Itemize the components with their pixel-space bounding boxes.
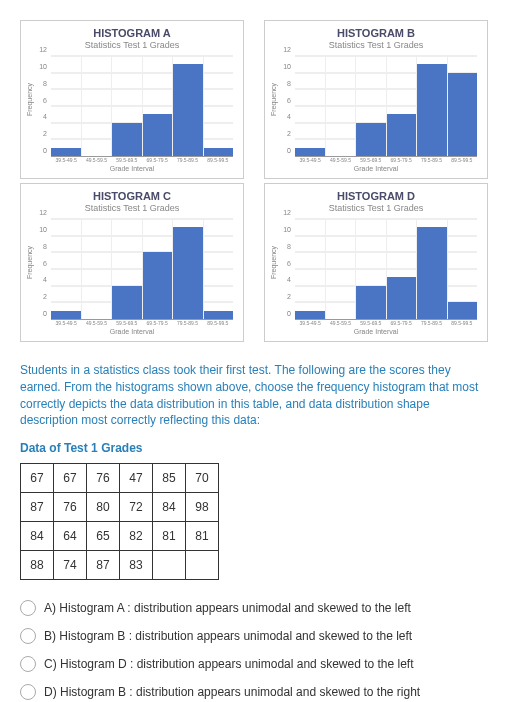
bar <box>112 286 142 319</box>
y-tick: 10 <box>283 225 291 232</box>
bar <box>173 227 203 319</box>
table-cell: 65 <box>87 522 120 551</box>
x-tick: 89.5-99.5 <box>203 320 233 326</box>
bar <box>448 73 478 156</box>
bar <box>417 64 447 156</box>
y-tick: 6 <box>43 96 47 103</box>
bar <box>387 114 417 156</box>
histogram-b: HISTOGRAM BStatistics Test 1 GradesFrequ… <box>264 20 488 179</box>
option-d[interactable]: D) Histogram B : distribution appears un… <box>20 684 488 700</box>
x-tick: 59.5-69.5 <box>356 157 386 163</box>
y-tick: 8 <box>43 79 47 86</box>
option-label: C) Histogram D : distribution appears un… <box>44 657 414 671</box>
y-tick: 2 <box>287 293 291 300</box>
x-tick: 39.5-49.5 <box>51 320 81 326</box>
y-tick: 2 <box>287 130 291 137</box>
option-label: A) Histogram A : distribution appears un… <box>44 601 411 615</box>
y-tick: 2 <box>43 293 47 300</box>
question-text: Students in a statistics class took thei… <box>20 362 488 429</box>
chart-area <box>51 56 233 157</box>
table-cell: 82 <box>120 522 153 551</box>
chart-area <box>295 56 477 157</box>
y-tick: 0 <box>43 147 47 154</box>
y-tick: 10 <box>39 62 47 69</box>
y-tick: 12 <box>39 46 47 53</box>
hist-subtitle: Statistics Test 1 Grades <box>27 40 237 50</box>
y-tick: 10 <box>283 62 291 69</box>
table-cell: 47 <box>120 464 153 493</box>
table-cell: 76 <box>87 464 120 493</box>
option-label: B) Histogram B : distribution appears un… <box>44 629 412 643</box>
table-cell: 81 <box>186 522 219 551</box>
y-tick: 6 <box>287 96 291 103</box>
x-axis-label: Grade Interval <box>27 328 237 335</box>
table-cell: 98 <box>186 493 219 522</box>
table-cell: 84 <box>153 493 186 522</box>
x-tick: 79.5-89.5 <box>172 157 202 163</box>
x-tick: 49.5-59.5 <box>81 157 111 163</box>
x-tick: 69.5-79.5 <box>142 157 172 163</box>
table-cell: 88 <box>21 551 54 580</box>
option-c[interactable]: C) Histogram D : distribution appears un… <box>20 656 488 672</box>
bar <box>51 148 81 156</box>
y-tick: 8 <box>43 242 47 249</box>
chart-area <box>51 219 233 320</box>
hist-subtitle: Statistics Test 1 Grades <box>27 203 237 213</box>
histogram-a: HISTOGRAM AStatistics Test 1 GradesFrequ… <box>20 20 244 179</box>
y-tick: 4 <box>43 276 47 283</box>
bar <box>112 123 142 156</box>
y-tick: 4 <box>43 113 47 120</box>
radio-icon[interactable] <box>20 684 36 700</box>
x-tick: 69.5-79.5 <box>386 157 416 163</box>
x-tick: 59.5-69.5 <box>356 320 386 326</box>
table-cell: 67 <box>21 464 54 493</box>
x-tick: 49.5-59.5 <box>325 157 355 163</box>
hist-subtitle: Statistics Test 1 Grades <box>271 203 481 213</box>
y-tick: 6 <box>287 259 291 266</box>
x-axis-label: Grade Interval <box>271 165 481 172</box>
bar <box>356 286 386 319</box>
y-tick: 0 <box>287 147 291 154</box>
table-cell: 85 <box>153 464 186 493</box>
x-tick: 69.5-79.5 <box>386 320 416 326</box>
x-tick: 39.5-49.5 <box>51 157 81 163</box>
bar <box>143 252 173 319</box>
options: A) Histogram A : distribution appears un… <box>20 600 488 700</box>
y-tick: 6 <box>43 259 47 266</box>
x-tick: 69.5-79.5 <box>142 320 172 326</box>
y-tick: 4 <box>287 113 291 120</box>
x-tick: 89.5-99.5 <box>203 157 233 163</box>
hist-title: HISTOGRAM C <box>27 190 237 202</box>
bar <box>295 148 325 156</box>
x-axis-label: Grade Interval <box>271 328 481 335</box>
data-table-title: Data of Test 1 Grades <box>20 441 488 455</box>
option-b[interactable]: B) Histogram B : distribution appears un… <box>20 628 488 644</box>
y-tick: 12 <box>39 209 47 216</box>
radio-icon[interactable] <box>20 628 36 644</box>
table-cell: 64 <box>54 522 87 551</box>
y-tick: 8 <box>287 79 291 86</box>
y-tick: 0 <box>287 310 291 317</box>
bar <box>295 311 325 319</box>
table-cell <box>153 551 186 580</box>
radio-icon[interactable] <box>20 600 36 616</box>
data-table: 6767764785708776807284988464658281818874… <box>20 463 219 580</box>
x-tick: 89.5-99.5 <box>447 157 477 163</box>
bar <box>387 277 417 319</box>
bar <box>51 311 81 319</box>
y-tick: 12 <box>283 209 291 216</box>
radio-icon[interactable] <box>20 656 36 672</box>
bar <box>448 302 478 319</box>
option-a[interactable]: A) Histogram A : distribution appears un… <box>20 600 488 616</box>
histogram-d: HISTOGRAM DStatistics Test 1 GradesFrequ… <box>264 183 488 342</box>
x-tick: 79.5-89.5 <box>172 320 202 326</box>
table-cell: 72 <box>120 493 153 522</box>
table-cell: 87 <box>21 493 54 522</box>
x-tick: 49.5-59.5 <box>325 320 355 326</box>
chart-area <box>295 219 477 320</box>
bar <box>356 123 386 156</box>
x-tick: 89.5-99.5 <box>447 320 477 326</box>
x-axis-label: Grade Interval <box>27 165 237 172</box>
histograms-grid: HISTOGRAM AStatistics Test 1 GradesFrequ… <box>20 20 488 342</box>
y-tick: 0 <box>43 310 47 317</box>
